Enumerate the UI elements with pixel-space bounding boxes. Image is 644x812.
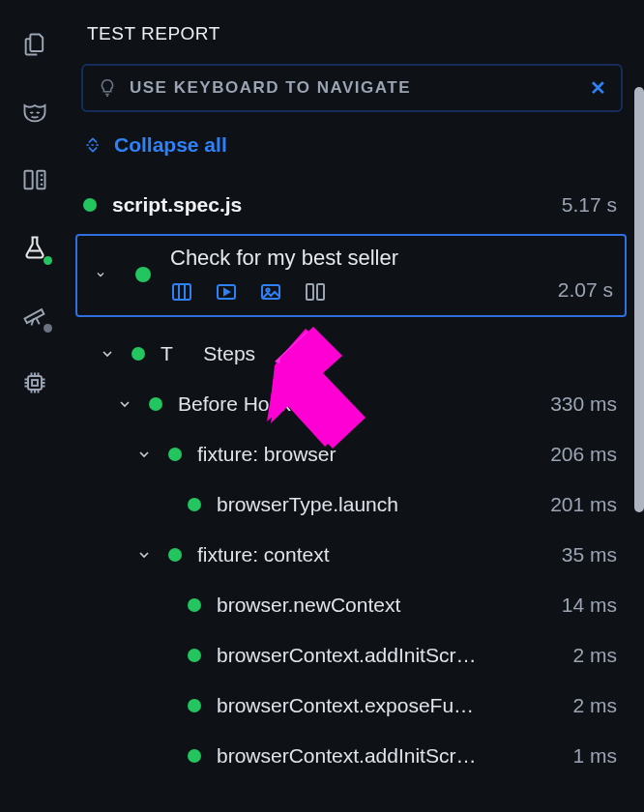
nav-testing[interactable]	[19, 232, 50, 263]
play-icon[interactable]	[215, 280, 238, 304]
file-name: script.spec.js	[112, 193, 537, 217]
status-dot-pass	[188, 598, 201, 612]
hint-close-button[interactable]: ✕	[590, 78, 608, 98]
nav-settings[interactable]	[19, 367, 50, 398]
columns-icon[interactable]	[170, 280, 193, 304]
step-duration: 2 ms	[563, 644, 617, 667]
nav-explore[interactable]	[19, 300, 50, 331]
status-dot-pass	[83, 198, 97, 212]
chevron-down-icon[interactable]	[135, 547, 153, 563]
status-dot-pass	[168, 448, 182, 461]
scrollbar-track[interactable]	[632, 87, 644, 808]
step-label: browserContext.addInitScr…	[217, 644, 547, 667]
chevron-down-icon[interactable]	[135, 447, 153, 462]
chip-icon	[21, 369, 48, 396]
test-tree: script.spec.js 5.17 s Check for my best …	[70, 180, 630, 781]
test-title: Check for my best seller	[170, 246, 539, 271]
tree-step-row[interactable]: browserContext.exposeFu… 2 ms	[70, 681, 630, 731]
tree-file-row[interactable]: script.spec.js 5.17 s	[70, 180, 630, 230]
svg-rect-4	[173, 284, 190, 300]
activity-bar	[0, 0, 70, 812]
status-dot-pass	[188, 699, 201, 712]
tree-before-hooks-row[interactable]: Before Hooks 330 ms	[70, 379, 630, 429]
svg-point-7	[266, 288, 269, 291]
image-icon[interactable]	[259, 280, 282, 304]
collapse-all-label: Collapse all	[114, 133, 227, 157]
hint-text: USE KEYBOARD TO NAVIGATE	[130, 78, 411, 98]
tree-step-row[interactable]: browserContext.addInitScr… 2 ms	[70, 630, 630, 681]
tree-steps-row[interactable]: Test Steps	[70, 329, 630, 379]
status-dot-pass	[188, 498, 201, 511]
tree-step-row[interactable]: browser.newContext 14 ms	[70, 580, 630, 630]
side-by-side-icon[interactable]	[304, 280, 327, 304]
svg-rect-9	[317, 284, 324, 300]
test-duration: 2.07 s	[558, 278, 613, 304]
launch-label: browserType.launch	[217, 493, 525, 516]
nav-masks[interactable]	[19, 97, 50, 128]
chevron-down-icon[interactable]	[116, 396, 133, 412]
status-dot-pass	[188, 649, 201, 662]
keyboard-hint: USE KEYBOARD TO NAVIGATE ✕	[81, 64, 623, 112]
mask-icon	[21, 99, 48, 126]
lightbulb-icon	[97, 77, 118, 99]
status-dot-pass	[168, 548, 182, 562]
tree-launch-row[interactable]: browserType.launch 201 ms	[70, 479, 630, 530]
collapse-all-icon	[83, 135, 102, 155]
svg-rect-0	[25, 171, 33, 189]
nav-files[interactable]	[19, 29, 50, 60]
status-dot-idle	[44, 324, 52, 333]
before-hooks-label: Before Hooks	[178, 392, 525, 416]
status-dot-pass	[135, 267, 151, 282]
tree-test-row-selected[interactable]: Check for my best seller	[75, 234, 627, 317]
step-label: browserContext.addInitScr…	[217, 744, 547, 768]
steps-label: Test Steps	[161, 342, 617, 365]
before-hooks-duration: 330 ms	[541, 392, 617, 416]
fixture-context-duration: 35 ms	[552, 543, 617, 566]
test-report-panel: TEST REPORT USE KEYBOARD TO NAVIGATE ✕ C…	[70, 0, 644, 812]
tree-step-row[interactable]: browserContext.addInitScr… 1 ms	[70, 731, 630, 781]
side-by-side-icon	[21, 166, 48, 193]
step-label: browserContext.exposeFu…	[217, 694, 547, 717]
fixture-browser-label: fixture: browser	[197, 443, 525, 466]
fixture-browser-duration: 206 ms	[541, 443, 617, 466]
fixture-context-label: fixture: context	[197, 543, 537, 566]
nav-compare[interactable]	[19, 164, 50, 195]
chevron-down-icon[interactable]	[89, 267, 106, 282]
collapse-all-button[interactable]: Collapse all	[70, 130, 630, 180]
tree-fixture-browser-row[interactable]: fixture: browser 206 ms	[70, 429, 630, 479]
status-dot-pass	[132, 347, 145, 361]
file-duration: 5.17 s	[552, 193, 617, 217]
launch-duration: 201 ms	[541, 493, 617, 516]
step-label: browser.newContext	[217, 594, 537, 617]
files-icon	[21, 31, 48, 58]
chevron-down-icon[interactable]	[99, 346, 116, 362]
svg-rect-2	[28, 376, 42, 390]
svg-rect-3	[32, 380, 38, 386]
status-dot-pass	[188, 749, 201, 763]
tree-fixture-context-row[interactable]: fixture: context 35 ms	[70, 530, 630, 580]
scrollbar-thumb[interactable]	[634, 87, 644, 512]
test-tools	[170, 280, 539, 304]
step-duration: 1 ms	[563, 744, 617, 768]
status-dot-pass	[149, 397, 162, 411]
svg-rect-8	[307, 284, 313, 300]
step-duration: 2 ms	[563, 694, 617, 717]
panel-title: TEST REPORT	[70, 0, 630, 64]
status-dot-pass	[44, 256, 52, 265]
step-duration: 14 ms	[552, 594, 617, 617]
